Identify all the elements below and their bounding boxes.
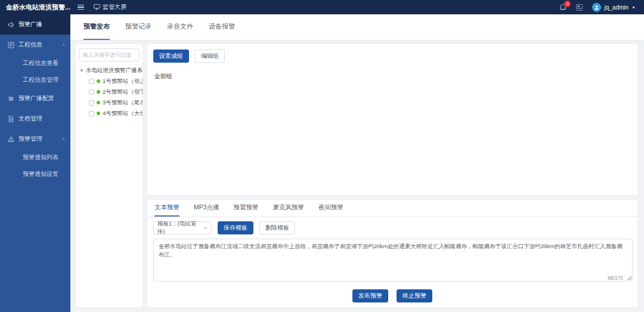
monitor-screen-link[interactable]: 监管大屏 (94, 3, 126, 11)
sidebar-item-warning-broadcast[interactable]: 预警广播 (0, 14, 70, 35)
app-header: 金桥水电站泄洪预警... 监管大屏 0 jq_admin ▼ (0, 0, 644, 14)
sidebar-subitem-label: 工程信息查看 (23, 59, 58, 67)
station-checkbox[interactable] (89, 89, 94, 95)
broadcast-icon (8, 21, 14, 28)
sidebar-item-label: 工程信息 (18, 41, 42, 49)
tab-label: 预警记录 (125, 22, 151, 31)
publish-warning-button[interactable]: 发布预警 (352, 289, 388, 302)
tab-preset-warning[interactable]: 预置预警 (234, 200, 259, 217)
tab-mp3-play[interactable]: MP3点播 (194, 200, 219, 217)
all-group-label: 全部组 (147, 63, 637, 81)
tab-warning-publish[interactable]: 预警发布 (83, 14, 110, 40)
notification-badge: 0 (564, 1, 571, 7)
edit-group-button[interactable]: 编辑组 (195, 50, 225, 63)
tab-recording-files[interactable]: 录音文件 (167, 14, 193, 40)
username: jq_admin (604, 4, 628, 11)
user-menu[interactable]: jq_admin ▼ (592, 3, 636, 12)
sidebar-item-project-info-manage[interactable]: 工程信息管理 (0, 72, 70, 88)
stop-warning-button[interactable]: 终止预警 (397, 289, 432, 302)
chevron-up-icon: ∧ (62, 42, 65, 47)
warning-text-area-wrap: 金桥水电站位于雅鲁藏布江流域二级支流易贡藏布中上游段，易贡藏布于易贡湖下游约20… (153, 239, 631, 284)
fullscreen-icon[interactable] (576, 4, 583, 11)
tab-label: 预置预警 (234, 203, 259, 212)
station-online-dot (97, 79, 100, 83)
warning-actions: 发布预警 终止预警 (147, 289, 637, 302)
warning-text-input[interactable]: 金桥水电站位于雅鲁藏布江流域二级支流易贡藏布中上游段，易贡藏布于易贡湖下游约20… (153, 239, 633, 282)
sidebar-item-label: 预警广播配置 (18, 94, 54, 103)
sidebar-subitem-label: 工程信息管理 (23, 76, 58, 84)
station-online-dot (97, 112, 100, 115)
chevron-down-icon: ▼ (203, 226, 208, 230)
sidebar-item-document-manage[interactable]: 文档管理 (0, 109, 70, 129)
tree-expand-caret-icon[interactable]: ▼ (79, 68, 84, 73)
tree-root-node[interactable]: ▼ 水电站泄洪预警广播系... (76, 65, 143, 76)
avatar (592, 3, 601, 12)
tab-warning-records[interactable]: 预警记录 (125, 14, 151, 40)
project-info-icon (8, 42, 14, 48)
tree-filter-input[interactable] (79, 48, 140, 61)
station-label: 2号预警站（坝下 (103, 88, 143, 96)
tab-label: 录音文件 (167, 22, 193, 31)
tree-item-station-2[interactable]: 2号预警站（坝下 (76, 87, 143, 97)
station-online-dot (97, 101, 100, 104)
broadcast-config-icon (8, 95, 14, 102)
tree-item-station-1[interactable]: 1号预警站（坝上 (76, 76, 143, 87)
sidebar-item-label: 预警管理 (18, 135, 42, 143)
char-counter: 88/170 (606, 275, 623, 281)
main-tabbar: 预警发布 预警记录 录音文件 设备报警 (70, 14, 644, 41)
sidebar-item-broadcast-config[interactable]: 预警广播配置 (0, 88, 70, 109)
notification-bell-button[interactable]: 0 (559, 4, 566, 11)
sidebar-item-project-info-view[interactable]: 工程信息查看 (0, 55, 70, 72)
tab-label: 麦克风预警 (273, 203, 305, 212)
sidebar-item-label: 文档管理 (18, 115, 42, 123)
tab-device-alarms[interactable]: 设备报警 (209, 14, 235, 40)
tab-label: 设备报警 (209, 22, 235, 31)
station-checkbox[interactable] (89, 100, 94, 106)
sidebar-item-warning-manage[interactable]: 预警管理 ∧ (0, 129, 70, 149)
tree-item-station-4[interactable]: 4号预警站（大坝 (76, 108, 143, 119)
sidebar-item-label: 预警广播 (18, 20, 42, 29)
warning-panel: 文本预警 MP3点播 预置预警 麦克风预警 夜间预警 模板1：(电站宣传) ▼ … (147, 199, 638, 308)
tab-label: MP3点播 (194, 203, 219, 212)
group-toolbar: 设置成组 编辑组 (147, 44, 637, 63)
sidebar-item-project-info[interactable]: 工程信息 ∧ (0, 35, 70, 55)
tab-night-warning[interactable]: 夜间预警 (318, 200, 343, 217)
menu-collapse-icon[interactable] (78, 5, 84, 10)
station-label: 4号预警站（大坝 (103, 110, 143, 118)
tab-label: 文本预警 (154, 203, 179, 212)
sidebar-item-warning-notice-list[interactable]: 预警通知列表 (0, 149, 70, 166)
warning-tabbar: 文本预警 MP3点播 预置预警 麦克风预警 夜间预警 (147, 200, 637, 217)
sidebar-item-warning-notice-settings[interactable]: 预警通知设置 (0, 166, 70, 183)
sidebar-subitem-label: 预警通知列表 (23, 153, 58, 162)
station-online-dot (97, 90, 100, 94)
warning-manage-icon (8, 136, 14, 143)
monitor-label: 监管大屏 (103, 3, 126, 11)
tree-item-station-3[interactable]: 3号预警站（尾水 (76, 97, 143, 108)
monitor-icon (94, 4, 100, 10)
tab-label: 预警发布 (83, 22, 110, 31)
tab-label: 夜间预警 (318, 203, 343, 212)
save-template-button[interactable]: 保存模板 (218, 221, 253, 234)
tree-root-label: 水电站泄洪预警广播系... (86, 67, 143, 75)
station-label: 3号预警站（尾水 (103, 99, 143, 107)
station-label: 1号预警站（坝上 (103, 78, 143, 85)
document-icon (8, 116, 14, 122)
station-checkbox[interactable] (89, 111, 94, 116)
tab-text-warning[interactable]: 文本预警 (154, 200, 179, 217)
sidebar: 预警广播 工程信息 ∧ 工程信息查看 工程信息管理 预警广播配置 文档管理 预警… (0, 14, 70, 312)
template-toolbar: 模板1：(电站宣传) ▼ 保存模板 删除模板 (147, 217, 637, 234)
set-group-button[interactable]: 设置成组 (153, 50, 189, 63)
sidebar-subitem-label: 预警通知设置 (23, 170, 58, 178)
station-tree-panel: ▼ 水电站泄洪预警广播系... 1号预警站（坝上 2号预警站（坝下 3号预警站（… (75, 44, 143, 308)
chevron-up-icon: ∧ (62, 137, 65, 141)
tab-microphone-warning[interactable]: 麦克风预警 (273, 200, 305, 217)
app-title: 金桥水电站泄洪预警... (0, 3, 70, 12)
station-checkbox[interactable] (89, 79, 94, 84)
chevron-down-icon: ▼ (631, 5, 636, 10)
template-select-value: 模板1：(电站宣传) (157, 220, 203, 236)
delete-template-button[interactable]: 删除模板 (259, 221, 295, 234)
group-panel: 设置成组 编辑组 全部组 (147, 44, 638, 196)
template-select[interactable]: 模板1：(电站宣传) ▼ (153, 221, 212, 234)
